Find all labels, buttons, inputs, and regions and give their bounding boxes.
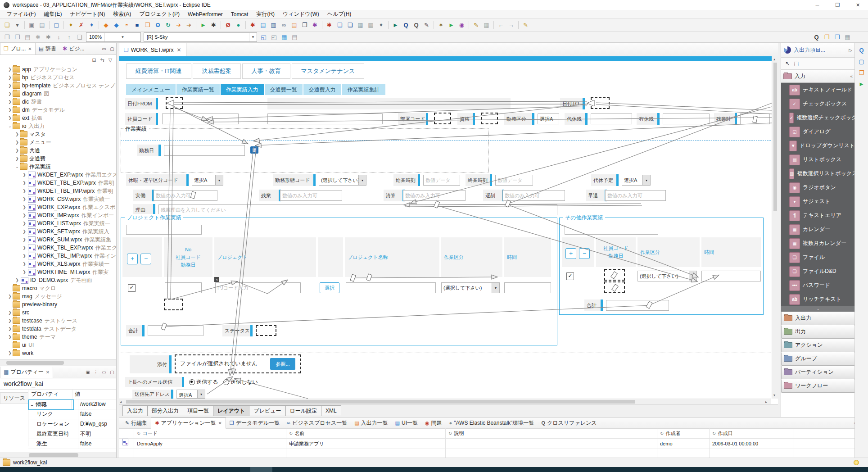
- palette-item[interactable]: ❏ファイル: [781, 250, 855, 264]
- arrow-up-icon[interactable]: ↑: [64, 32, 74, 42]
- debug-bug-icon[interactable]: ✱: [209, 20, 218, 30]
- tree-item[interactable]: ❯WORK_TBL_EXP.wprx作業エク: [0, 244, 116, 252]
- row-checkbox[interactable]: ✓: [566, 272, 574, 280]
- panel-tab[interactable]: Qクロスリファレンス: [538, 418, 600, 428]
- properties-hscrollbar[interactable]: [0, 452, 116, 458]
- chevron-right-icon[interactable]: ▷: [849, 48, 852, 53]
- work-kubun-dropdown[interactable]: (選択して下さい)▼: [637, 271, 697, 281]
- tree-item[interactable]: ⌄io入出力: [0, 122, 116, 130]
- selected-element-box[interactable]: [604, 281, 625, 293]
- employee-code-input[interactable]: [162, 113, 239, 124]
- twistie-icon[interactable]: ❯: [7, 67, 13, 72]
- column-header[interactable]: ↻作成日: [710, 428, 794, 438]
- maximize-button[interactable]: ❒: [827, 0, 848, 10]
- tree-item[interactable]: ⌄作業実績: [0, 163, 116, 171]
- sub-tab[interactable]: 作業実績集計: [342, 84, 385, 95]
- tree-item[interactable]: macroマクロ: [0, 284, 116, 292]
- property-row[interactable]: 派生false: [28, 439, 116, 449]
- tab-properties[interactable]: ▦ プロパティー ✕: [0, 367, 53, 378]
- twistie-icon[interactable]: ❯: [7, 83, 13, 88]
- column-header[interactable]: ↻コード: [134, 428, 286, 438]
- layout-split-icon[interactable]: ◰: [269, 32, 279, 42]
- twistie-icon[interactable]: ❯: [22, 229, 27, 234]
- twistie-icon[interactable]: ❯: [14, 156, 20, 161]
- nav-tab[interactable]: マスタメンテナンス: [292, 64, 365, 79]
- sub-tab[interactable]: メインメニュー: [126, 84, 176, 95]
- explorer-tab-ビジ...[interactable]: ✱ビジ...: [59, 43, 88, 54]
- tree-item[interactable]: ❯WORK_TBL_IMP.wprx作業イン: [0, 252, 116, 260]
- palette-section-入出力[interactable]: 入出力: [781, 312, 855, 325]
- wand-icon[interactable]: ✶: [436, 20, 446, 30]
- grade-field[interactable]: [481, 113, 498, 124]
- num-field-input[interactable]: 数値のみ入力可: [605, 190, 666, 201]
- fastview-orange-icon[interactable]: ❐: [857, 68, 866, 77]
- palette-item[interactable]: ¶テキストエリア: [781, 209, 855, 222]
- twistie-icon[interactable]: ❯: [14, 132, 20, 136]
- collapse-icon[interactable]: «: [850, 74, 853, 79]
- new-class-icon[interactable]: Θ: [153, 20, 163, 30]
- new-db-icon[interactable]: ◓: [122, 20, 131, 30]
- console-view-icon[interactable]: ▢: [857, 57, 866, 66]
- tree-item[interactable]: ❯WORK_EXP.wprx作業エクスポ: [0, 203, 116, 211]
- gear-red-icon[interactable]: ✱: [325, 20, 334, 30]
- column-grid-icon[interactable]: ▦: [482, 20, 491, 30]
- palette-item[interactable]: ▾サジェスト: [781, 195, 855, 209]
- sub-tab[interactable]: 交通費入力: [303, 84, 341, 95]
- twistie-icon[interactable]: ❯: [22, 254, 27, 258]
- annotate-icon[interactable]: ✎: [471, 20, 481, 30]
- remove-row-button[interactable]: −: [579, 248, 590, 259]
- panel-tab[interactable]: ∞ビジネスプロセス一覧: [283, 418, 351, 428]
- palette-item[interactable]: ❏ファイルD&D: [781, 264, 855, 278]
- arrow-down-icon[interactable]: ↓: [54, 32, 63, 42]
- search-db-icon[interactable]: Q: [401, 20, 411, 30]
- panel-tab[interactable]: ●"AWS Elastic Beanstalk"環境一覧: [446, 418, 538, 428]
- palette-item[interactable]: ▥複数選択リストボックス: [781, 167, 855, 181]
- tree-item[interactable]: ❯マスタ: [0, 130, 116, 138]
- twistie-icon[interactable]: ❯: [7, 108, 13, 112]
- twistie-icon[interactable]: ❯: [22, 237, 27, 242]
- property-row[interactable]: ロケーションD:¥wp_qsp: [28, 419, 116, 429]
- tree-item[interactable]: ❯dmデータモデル: [0, 106, 116, 114]
- chevron-down-icon[interactable]: ▼: [249, 33, 257, 41]
- twistie-icon[interactable]: ❯: [22, 181, 27, 185]
- tree-item[interactable]: ❯themeテーマ: [0, 333, 116, 341]
- pin-view-icon[interactable]: ▣: [84, 370, 92, 375]
- chevron-down-icon[interactable]: ▼: [104, 33, 140, 41]
- project-no-input[interactable]: [165, 282, 202, 293]
- tree-item[interactable]: ❯work: [0, 349, 116, 357]
- time-input[interactable]: [701, 271, 761, 281]
- target-combobox[interactable]: [R] S-Sky▼: [144, 32, 257, 42]
- search-icon[interactable]: Q: [812, 32, 821, 42]
- console-icon[interactable]: ▢: [52, 20, 61, 30]
- ant-cancel-icon[interactable]: ✗: [77, 20, 86, 30]
- new-jar-icon[interactable]: ■: [132, 20, 142, 30]
- kinmu-dropdown[interactable]: (選択して下さい)▼: [319, 175, 366, 186]
- close-button[interactable]: ✕: [848, 0, 868, 10]
- editor-mode-tab[interactable]: 項目一覧: [183, 405, 213, 416]
- tree-item[interactable]: ❯src: [0, 309, 116, 317]
- employee-name-input[interactable]: [267, 113, 383, 124]
- property-row[interactable]: リンクfalse: [28, 409, 116, 419]
- pj-select-button[interactable]: 選択: [320, 282, 339, 293]
- panel-tab[interactable]: ✎行編集: [122, 418, 151, 428]
- panel-tab[interactable]: ◉問題: [421, 418, 446, 428]
- twistie-icon[interactable]: ❯: [22, 172, 27, 177]
- twistie-icon[interactable]: ❯: [22, 189, 27, 193]
- nav-tab[interactable]: 決裁書起案: [193, 64, 241, 79]
- palette-section-パーティション[interactable]: パーティション: [781, 366, 855, 379]
- new-wizard-icon[interactable]: ❏: [2, 20, 12, 30]
- tree-item[interactable]: ❯交通費: [0, 154, 116, 163]
- tab-work-set[interactable]: ❒ WORK_SET.wprx ✕: [119, 43, 186, 56]
- other-total-input[interactable]: [606, 300, 669, 311]
- twistie-icon[interactable]: ⌄: [14, 164, 20, 169]
- palette-section-ワークフロー[interactable]: ワークフロー: [781, 379, 855, 393]
- twistie-icon[interactable]: ❯: [14, 140, 20, 145]
- sub-tab[interactable]: 交通費一覧: [265, 84, 303, 95]
- minimize-button[interactable]: ─: [807, 0, 827, 10]
- tree-item[interactable]: ❯メニュー: [0, 138, 116, 146]
- tab-resource[interactable]: リソース: [0, 392, 28, 404]
- project-filter-input[interactable]: [126, 225, 202, 235]
- editor-mode-tab[interactable]: 入出力: [122, 405, 147, 416]
- browse-button[interactable]: 参照...: [270, 358, 295, 370]
- ui-grid2-icon[interactable]: ▦: [366, 20, 375, 30]
